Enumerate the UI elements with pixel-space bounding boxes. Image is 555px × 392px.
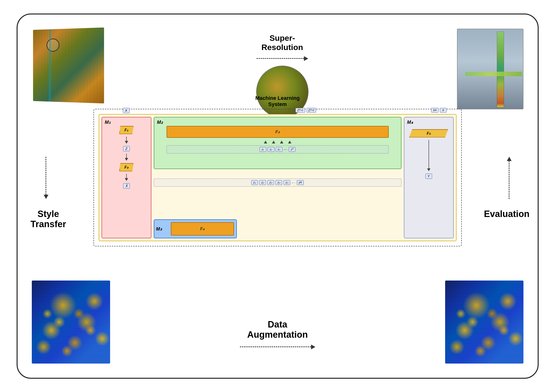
z-row-N-box: z₁ z₂ z₃ z₄ z₅ ·· · zN xyxy=(154,178,402,187)
f1-box: F₁ xyxy=(119,126,134,134)
dots-n-label: ·· · xyxy=(292,181,295,185)
line1 xyxy=(126,137,127,141)
data-aug-arrow xyxy=(240,345,315,349)
f5-box: F₅ xyxy=(409,129,448,137)
cube-stripes-left xyxy=(32,281,110,363)
ml-dashed-box: X ZT+1 ZT+2 XA X M₁ F₁ xyxy=(94,109,462,246)
var-y-m4: Y xyxy=(425,174,432,179)
cube-image xyxy=(33,27,104,103)
m3-label: M₃ xyxy=(156,226,162,232)
var-zn5: z₅ xyxy=(284,180,290,185)
arrow-up-4 xyxy=(288,141,291,143)
yellow-box: X ZT+1 ZT+2 XA X M₁ F₁ xyxy=(99,114,457,241)
var-zt2: ZT+2 xyxy=(307,108,316,113)
svg-line-1 xyxy=(50,29,51,101)
ml-system-area: Machine Learning System X ZT+1 ZT+2 XA X xyxy=(94,95,462,252)
top-x-label: X xyxy=(123,108,130,113)
m3-box: M₃ F₄ xyxy=(154,219,237,238)
m1-inner: F₁ Z F₃ xyxy=(102,126,151,189)
arrow-down-tri-left xyxy=(44,195,48,199)
arrow-down-m4 xyxy=(427,168,431,171)
evaluation-label: Evaluation xyxy=(483,209,531,219)
data-augmentation-label: Data Augmentation xyxy=(247,320,308,340)
var-x-right: X xyxy=(440,108,446,113)
svg-line-0 xyxy=(49,29,50,101)
arrow-f3-to-xhat xyxy=(125,174,128,181)
arrow-up-3 xyxy=(280,141,283,143)
ml-system-label: Machine Learning System xyxy=(94,95,462,107)
arrow-up-1 xyxy=(264,141,267,143)
arrow-m4-down xyxy=(427,140,431,171)
arrows-up-row xyxy=(264,141,291,143)
data-aug-arrow-right xyxy=(311,345,315,349)
z-vars-T: z₁ z₂ z₃ ·· · zT xyxy=(168,147,387,152)
dashed-line xyxy=(256,58,304,59)
var-zn4: z₄ xyxy=(276,180,282,185)
arrow-up-tri-right xyxy=(507,157,511,161)
arrow-down-icon3 xyxy=(125,178,128,181)
dashed-v-line-left xyxy=(45,157,46,195)
m2-label: M₂ xyxy=(157,119,163,125)
top-z-labels: ZT+1 ZT+2 xyxy=(295,108,316,113)
super-resolution-label: Super- Resolution xyxy=(262,33,303,52)
bottom-section: Data Augmentation xyxy=(32,273,523,363)
var-z-m1: Z xyxy=(123,146,130,151)
data-augmentation-area: Data Augmentation xyxy=(110,320,445,363)
z-row-T: z₁ z₂ z₃ ·· · zT xyxy=(167,145,389,153)
line2 xyxy=(126,154,127,158)
m4-inner: F₅ Y xyxy=(404,129,453,179)
var-z1: z₁ xyxy=(260,147,266,152)
fog-svg xyxy=(458,29,523,109)
var-zn1: z₁ xyxy=(251,180,258,185)
arrow-down-icon xyxy=(125,141,128,144)
seismic-cube-bottom-left xyxy=(32,281,110,363)
main-diagram: Super- Resolution xyxy=(17,14,539,379)
var-z3: z₃ xyxy=(276,147,282,152)
m4-box: M₄ F₅ Y xyxy=(404,117,454,238)
z-vars-N: z₁ z₂ z₃ z₄ z₅ ·· · zN xyxy=(155,180,400,185)
m2-inner: F₃ z₁ z₂ z₃ xyxy=(154,126,401,153)
top-xa-labels: XA X xyxy=(431,108,446,113)
f4-bar-m3: F₄ xyxy=(171,222,234,235)
seismic-cube-bottom-right xyxy=(445,281,523,363)
f3-bar-m2: F₃ xyxy=(167,126,389,138)
evaluation-arrow xyxy=(507,157,511,199)
style-transfer-down-arrow xyxy=(44,157,48,199)
arrow-right-icon xyxy=(304,56,308,61)
arrow-z-to-f3 xyxy=(125,154,128,161)
evaluation-up-arrow xyxy=(507,157,511,199)
m1-label: M₁ xyxy=(105,119,111,125)
var-xhat-m1: X̂ xyxy=(123,183,130,189)
style-transfer-arrow xyxy=(44,157,48,199)
super-res-arrow xyxy=(256,56,308,61)
f3-box-m1: F₃ xyxy=(119,163,134,171)
var-x-top: X xyxy=(123,108,130,113)
arrow-down-icon2 xyxy=(125,158,128,161)
var-zT: zT xyxy=(289,147,295,152)
arrow-f1-to-z xyxy=(125,137,128,144)
var-zn2: z₂ xyxy=(259,180,266,185)
m2-box: M₂ F₃ z₁ xyxy=(154,117,402,169)
data-aug-dashed-line xyxy=(240,346,311,347)
m1-box: M₁ F₁ Z xyxy=(102,117,151,238)
line3 xyxy=(126,174,127,178)
arrow-up-2 xyxy=(272,141,275,143)
var-zN: zN xyxy=(297,180,304,185)
var-z2: z₂ xyxy=(268,147,274,152)
m4-label: M₄ xyxy=(407,119,413,125)
long-line xyxy=(429,140,429,168)
cube-stripes-right xyxy=(445,281,523,363)
dots-label: ·· · xyxy=(284,148,288,151)
var-xa: XA xyxy=(431,108,438,113)
var-zn3: z₃ xyxy=(267,180,274,185)
dashed-v-line-right xyxy=(509,161,510,199)
evaluation-image xyxy=(457,29,523,109)
crack-svg xyxy=(33,27,104,103)
svg-rect-2 xyxy=(458,29,523,109)
eval-image-content xyxy=(458,29,523,109)
var-zt1: ZT+1 xyxy=(295,108,305,113)
style-transfer-label: Style Transfer xyxy=(25,209,72,229)
